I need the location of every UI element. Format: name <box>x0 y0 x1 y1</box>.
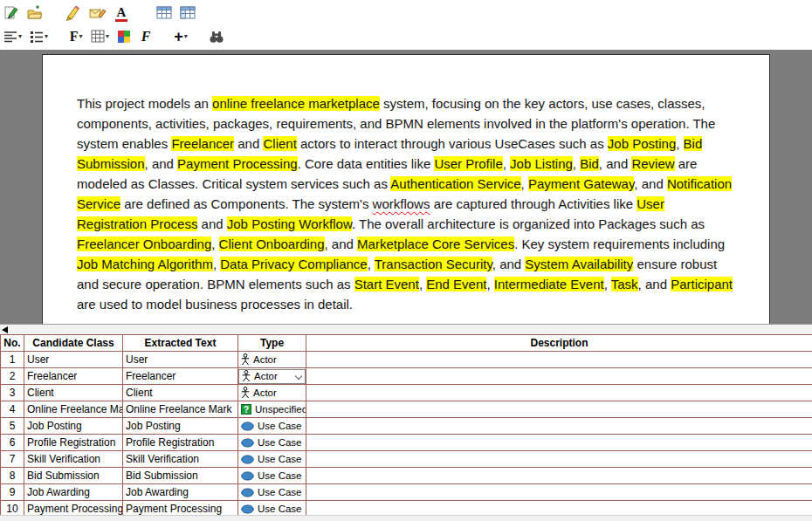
cell-no[interactable]: 4 <box>1 401 24 418</box>
cell-type[interactable]: Use Case <box>238 451 306 468</box>
list-style-button[interactable]: ▾ <box>28 26 50 47</box>
candidate-row[interactable]: 1UserUserActor <box>1 352 812 368</box>
grid-view-alt-button[interactable] <box>178 3 197 24</box>
type-label: Use Case <box>258 470 302 481</box>
grid-view-icon <box>156 5 172 20</box>
cell-candidate-class[interactable]: Skill Verification <box>24 451 123 468</box>
candidate-row[interactable]: 2FreelancerFreelancerActor <box>1 368 812 385</box>
cell-extracted-text[interactable]: Job Awarding <box>123 484 238 501</box>
cell-type[interactable]: Actor <box>238 352 306 368</box>
color-palette-button[interactable] <box>115 26 133 47</box>
cell-extracted-text[interactable]: Bid Submission <box>123 468 238 484</box>
open-button[interactable] <box>25 3 45 24</box>
cell-description[interactable] <box>306 418 812 435</box>
type-value[interactable]: Actor <box>238 385 306 401</box>
cell-type[interactable]: Use Case <box>238 418 306 435</box>
cell-description[interactable] <box>306 501 812 516</box>
cell-type[interactable]: Actor <box>238 385 306 401</box>
cell-candidate-class[interactable]: Job Posting <box>24 418 123 435</box>
cell-candidate-class[interactable]: Bid Submission <box>24 468 123 484</box>
cell-extracted-text[interactable]: Client <box>123 385 238 401</box>
cell-candidate-class[interactable]: Online Freelance Ma <box>24 401 123 418</box>
cell-type[interactable]: Use Case <box>238 484 306 501</box>
type-value[interactable]: ?Unspecified <box>238 401 306 417</box>
edit-document-button[interactable] <box>2 3 21 24</box>
cell-description[interactable] <box>306 401 812 418</box>
find-button[interactable] <box>207 26 226 47</box>
cell-extracted-text[interactable]: Profile Registration <box>123 435 238 451</box>
highlighted-term: online freelance marketplace <box>212 96 380 111</box>
cell-no[interactable]: 2 <box>1 368 24 385</box>
cell-candidate-class[interactable]: Freelancer <box>24 368 123 385</box>
cell-description[interactable] <box>306 451 812 468</box>
cell-no[interactable]: 1 <box>1 352 24 368</box>
add-button[interactable]: +▾ <box>172 26 189 47</box>
cell-extracted-text[interactable]: Online Freelance Mark <box>123 401 238 418</box>
type-value[interactable]: Use Case <box>238 501 306 515</box>
cell-no[interactable]: 3 <box>1 385 24 401</box>
type-value[interactable]: Use Case <box>238 468 306 483</box>
grid-view-button[interactable] <box>155 3 174 24</box>
paragraph-style-button[interactable]: ▾ <box>2 26 24 47</box>
cell-candidate-class[interactable]: User <box>24 352 123 368</box>
cell-type[interactable]: Use Case <box>238 501 306 516</box>
document-area[interactable]: This project models an online freelance … <box>0 50 812 324</box>
function-button[interactable]: F <box>137 26 155 47</box>
cell-description[interactable] <box>306 468 812 484</box>
cell-no[interactable]: 5 <box>1 418 24 435</box>
type-label: Actor <box>253 354 277 365</box>
highlighted-term: Job Matching Algorithm <box>77 257 213 271</box>
cell-no[interactable]: 6 <box>1 435 24 451</box>
cell-no[interactable]: 9 <box>1 484 24 501</box>
cell-extracted-text[interactable]: Skill Verification <box>123 451 238 468</box>
cell-extracted-text[interactable]: User <box>123 352 238 368</box>
candidate-row[interactable]: 4Online Freelance MaOnline Freelance Mar… <box>1 401 812 418</box>
candidate-row[interactable]: 9Job AwardingJob AwardingUse Case <box>1 484 812 501</box>
table-style-button[interactable]: ▾ <box>89 26 111 47</box>
document-text[interactable]: This project models an online freelance … <box>77 93 735 314</box>
type-combobox[interactable]: Actor <box>238 369 306 384</box>
candidate-row[interactable]: 7Skill VerificationSkill VerificationUse… <box>1 451 812 468</box>
cell-no[interactable]: 10 <box>1 501 24 516</box>
candidate-row[interactable]: 3ClientClientActor <box>1 385 812 401</box>
cell-no[interactable]: 8 <box>1 468 24 484</box>
chevron-down-icon[interactable] <box>295 372 302 379</box>
cell-type[interactable]: Actor <box>238 368 306 385</box>
font-letter-icon: F <box>70 29 79 45</box>
candidate-row[interactable]: 5Job PostingJob PostingUse Case <box>1 418 812 435</box>
candidate-row[interactable]: 8Bid SubmissionBid SubmissionUse Case <box>1 468 812 484</box>
cell-description[interactable] <box>306 385 812 401</box>
cell-candidate-class[interactable]: Payment Processing <box>24 501 123 516</box>
cell-description[interactable] <box>306 484 812 501</box>
font-style-button[interactable]: A <box>113 3 130 24</box>
type-value[interactable]: Use Case <box>238 418 306 434</box>
candidate-row[interactable]: 6Profile RegistrationProfile Registratio… <box>1 435 812 451</box>
type-value[interactable]: Use Case <box>238 451 306 467</box>
compose-note-button[interactable] <box>87 3 108 24</box>
cell-candidate-class[interactable]: Client <box>24 385 123 401</box>
document-page[interactable]: This project models an online freelance … <box>42 54 770 324</box>
cell-description[interactable] <box>306 368 812 385</box>
cell-no[interactable]: 7 <box>1 451 24 468</box>
cell-candidate-class[interactable]: Job Awarding <box>24 484 123 501</box>
cell-description[interactable] <box>306 352 812 368</box>
type-value[interactable]: Actor <box>238 352 306 367</box>
horizontal-scrollbar[interactable] <box>0 515 812 521</box>
cell-description[interactable] <box>306 435 812 451</box>
highlight-button[interactable] <box>62 3 83 24</box>
collapse-arrow-icon[interactable] <box>2 326 8 333</box>
cell-extracted-text[interactable]: Job Posting <box>123 418 238 435</box>
cell-type[interactable]: Use Case <box>238 435 306 451</box>
type-value[interactable]: Use Case <box>238 484 306 500</box>
grid-view-alt-icon <box>180 5 196 20</box>
cell-extracted-text[interactable]: Payment Processing <box>123 501 238 516</box>
cell-type[interactable]: Use Case <box>238 468 306 484</box>
type-value[interactable]: Use Case <box>238 435 306 450</box>
cell-candidate-class[interactable]: Profile Registration <box>24 435 123 451</box>
candidate-row[interactable]: 10Payment ProcessingPayment ProcessingUs… <box>1 501 812 516</box>
cell-type[interactable]: ?Unspecified <box>238 401 306 418</box>
cell-extracted-text[interactable]: Freelancer <box>123 368 238 385</box>
font-button[interactable]: F▾ <box>67 26 85 47</box>
splitter[interactable] <box>0 324 812 334</box>
highlighted-term: Job Posting <box>608 136 676 151</box>
